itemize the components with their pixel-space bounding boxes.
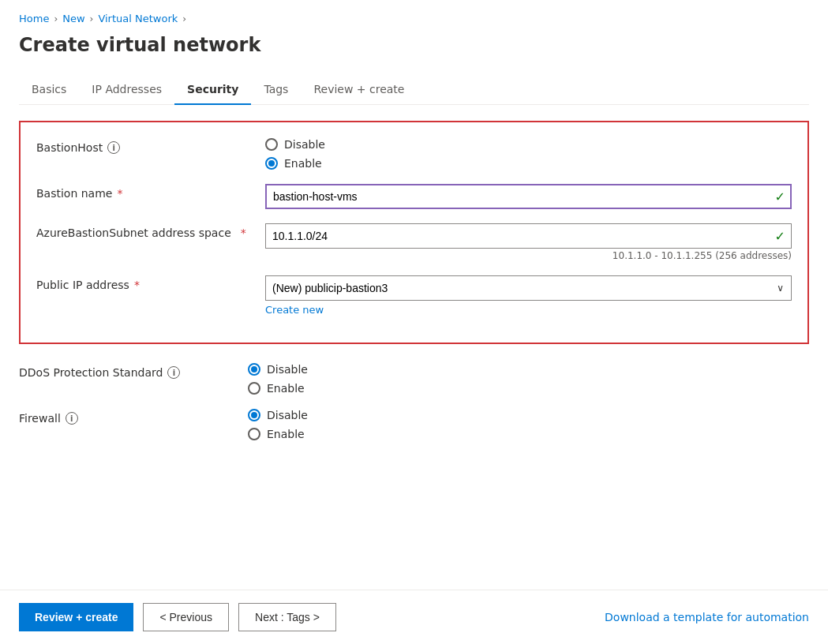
ddos-enable-radio[interactable] <box>248 382 260 395</box>
breadcrumb-sep-2: › <box>90 13 94 24</box>
ddos-label: DDoS Protection Standard i <box>19 363 248 379</box>
breadcrumb-sep-3: › <box>182 13 186 24</box>
subnet-address-label: AzureBastionSubnet address space * <box>36 223 265 239</box>
firewall-enable-option[interactable]: Enable <box>248 428 809 440</box>
bastion-name-label: Bastion name * <box>36 184 265 200</box>
bastion-host-radio-group: Disable Enable <box>265 138 792 170</box>
public-ip-required: * <box>134 279 140 291</box>
firewall-radio-group: Disable Enable <box>248 409 809 440</box>
tab-bar: Basics IP Addresses Security Tags Review… <box>19 75 809 105</box>
automation-template-link[interactable]: Download a template for automation <box>605 611 809 623</box>
breadcrumb: Home › New › Virtual Network › <box>19 13 809 24</box>
subnet-address-control: ✓ 10.1.1.0 - 10.1.1.255 (256 addresses) <box>265 223 792 261</box>
ddos-radio-group: Disable Enable <box>248 363 809 395</box>
footer: Review + create < Previous Next : Tags >… <box>0 590 828 644</box>
ddos-info-icon[interactable]: i <box>167 366 180 379</box>
bastion-name-row: Bastion name * bastion-host-vms ✓ <box>36 184 792 209</box>
subnet-address-row: AzureBastionSubnet address space * ✓ 10.… <box>36 223 792 261</box>
ddos-disable-option[interactable]: Disable <box>248 363 809 376</box>
bastion-host-enable-radio[interactable] <box>265 157 278 170</box>
public-ip-select[interactable]: (New) publicip-bastion3 <box>265 275 792 301</box>
firewall-enable-radio[interactable] <box>248 428 260 440</box>
create-new-link[interactable]: Create new <box>265 304 324 316</box>
subnet-address-input[interactable] <box>265 223 792 249</box>
bastion-host-label: BastionHost i <box>36 138 265 154</box>
next-button[interactable]: Next : Tags > <box>238 603 336 631</box>
previous-button[interactable]: < Previous <box>143 603 229 631</box>
bastion-host-row: BastionHost i Disable Enable <box>36 138 792 170</box>
tab-tags[interactable]: Tags <box>251 75 301 105</box>
firewall-disable-option[interactable]: Disable <box>248 409 809 421</box>
ddos-control: Disable Enable <box>248 363 809 395</box>
bastion-host-control: Disable Enable <box>265 138 792 170</box>
review-create-button[interactable]: Review + create <box>19 603 133 631</box>
tab-ip-addresses[interactable]: IP Addresses <box>79 75 174 105</box>
ddos-row: DDoS Protection Standard i Disable Enabl… <box>19 363 809 395</box>
public-ip-control: (New) publicip-bastion3 ∨ Create new <box>265 275 792 316</box>
bastion-host-disable-option[interactable]: Disable <box>265 138 792 151</box>
firewall-label: Firewall i <box>19 409 248 425</box>
firewall-enable-label: Enable <box>267 428 305 440</box>
bastion-host-enable-label: Enable <box>284 157 322 170</box>
subnet-address-checkmark: ✓ <box>775 229 785 244</box>
breadcrumb-new[interactable]: New <box>62 13 84 24</box>
bastion-host-disable-label: Disable <box>284 138 325 151</box>
ddos-disable-label: Disable <box>267 363 308 376</box>
ddos-disable-radio[interactable] <box>248 363 260 376</box>
bastion-name-required: * <box>117 187 122 200</box>
public-ip-label: Public IP address * <box>36 275 265 291</box>
public-ip-row: Public IP address * (New) publicip-basti… <box>36 275 792 316</box>
firewall-control: Disable Enable <box>248 409 809 440</box>
breadcrumb-sep-1: › <box>54 13 58 24</box>
bastion-host-disable-radio[interactable] <box>265 138 278 151</box>
breadcrumb-home[interactable]: Home <box>19 13 49 24</box>
tab-basics[interactable]: Basics <box>19 75 79 105</box>
ddos-enable-label: Enable <box>267 382 305 395</box>
page-title: Create virtual network <box>19 34 809 56</box>
subnet-address-input-wrapper: ✓ <box>265 223 792 249</box>
bastion-name-control: bastion-host-vms ✓ <box>265 184 792 209</box>
bastion-name-input[interactable]: bastion-host-vms <box>265 184 792 209</box>
firewall-row: Firewall i Disable Enable <box>19 409 809 440</box>
bastion-name-checkmark: ✓ <box>775 189 785 204</box>
bastion-host-enable-option[interactable]: Enable <box>265 157 792 170</box>
firewall-disable-label: Disable <box>267 409 308 421</box>
tab-review-create[interactable]: Review + create <box>301 75 417 105</box>
bastion-host-info-icon[interactable]: i <box>107 141 120 154</box>
subnet-address-required: * <box>241 227 246 239</box>
ddos-enable-option[interactable]: Enable <box>248 382 809 395</box>
bastion-section: BastionHost i Disable Enable <box>19 121 809 344</box>
breadcrumb-vnet[interactable]: Virtual Network <box>98 13 178 24</box>
subnet-address-hint: 10.1.1.0 - 10.1.1.255 (256 addresses) <box>265 250 792 261</box>
firewall-info-icon[interactable]: i <box>66 412 78 425</box>
tab-security[interactable]: Security <box>174 75 251 105</box>
bastion-name-input-wrapper: bastion-host-vms ✓ <box>265 184 792 209</box>
firewall-disable-radio[interactable] <box>248 409 260 421</box>
public-ip-dropdown-wrapper: (New) publicip-bastion3 ∨ <box>265 275 792 301</box>
